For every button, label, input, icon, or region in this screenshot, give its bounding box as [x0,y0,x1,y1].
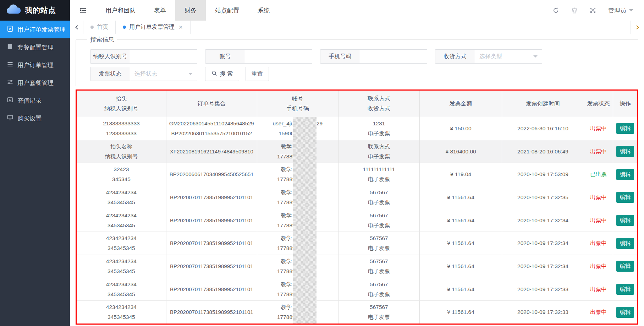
sidebar-item-2[interactable]: 用户订单管理 [0,56,70,74]
tab-status-dot [123,26,126,29]
sidebar-item-label: 购买设置 [17,114,42,123]
sidebar-item-4[interactable]: 充值记录 [0,92,70,109]
account-text: user_4ju [273,119,293,129]
created-time-cell: 2020-10-09 17:32:33 [502,301,584,324]
edit-button[interactable]: 编辑 [616,238,634,249]
table-row-7: 4234234234345345345BP2020070117385198995… [77,278,637,301]
order-ids-cell: BP20200701173851989952101101 [166,232,257,255]
cell-line: 345345345 [108,243,135,253]
nav-item-4[interactable]: 系统 [248,0,279,21]
account-input[interactable] [245,50,312,63]
cell-line: 电子发票 [368,152,390,162]
tab-label: 用户订单发票管理 [129,23,175,31]
admin-user-menu[interactable]: 管理员 [608,6,633,15]
action-cell: 编辑 [613,186,637,209]
cell-line: 电子发票 [368,243,390,253]
header-line: 收货方式 [368,104,390,114]
contact-cell: 联系方式电子发票 [338,140,420,163]
tabs-scroll-right-icon[interactable] [631,21,644,34]
status-cell: 出票中 [584,278,613,301]
invoice-status-select[interactable]: 选择状态 [130,67,197,81]
edit-button[interactable]: 编辑 [616,307,634,318]
sidebar-item-0[interactable]: 用户订单发票管理 [0,21,70,38]
tabs-scroll-left-icon[interactable] [70,21,83,34]
fullscreen-icon[interactable] [590,7,596,13]
edit-button[interactable]: 编辑 [616,192,634,203]
invoice-status-group: 发票状态 选择状态 [90,67,197,81]
cell-line: ¥ 11561.64 [447,261,474,271]
reset-button[interactable]: 重置 [246,67,269,81]
sidebar-collapse-icon[interactable] [70,0,96,21]
nav-item-1[interactable]: 表单 [145,0,175,21]
title-cell: 4234234234345345345 [77,209,166,232]
account-text: 29 [317,119,323,129]
nav-item-0[interactable]: 用户和团队 [96,0,145,21]
refresh-icon[interactable] [552,7,559,14]
order-list-icon [7,61,13,69]
title-cell: 32423345345 [77,163,166,186]
nav-items: 用户和团队表单财务站点配置系统 [96,0,279,21]
amount-cell: ¥ 119.04 [420,163,502,186]
taxpayer-id-input[interactable] [130,50,197,63]
edit-button[interactable]: 编辑 [616,146,634,157]
cell-line: 2020-10-09 17:32:34 [517,216,568,226]
tab-label: 首页 [97,23,108,31]
cell-line: BP20200701173851989952101101 [170,192,253,202]
account-text: 177889 [277,174,296,184]
table-header-cell-5: 发票创建时间 [502,91,584,117]
tab-close-icon[interactable]: ✕ [178,24,183,31]
cell-line: 4234234234 [106,279,137,289]
header-line: 发票状态 [587,99,610,109]
cell-line: ¥ 11561.64 [447,216,474,226]
created-time-cell: 2021-08-20 16:06:49 [502,140,584,163]
edit-button[interactable]: 编辑 [616,284,634,295]
cell-line: BP20200701173851989952101101 [170,216,253,226]
cell-line: 2020-10-09 17:32:33 [517,284,568,294]
taxpayer-id-label: 纳税人识别号 [90,50,130,63]
cell-line: ¥ 150.00 [450,124,471,134]
cell-line: 2020-10-09 17:32:34 [517,238,568,248]
created-time-cell: 2020-10-09 17:53:09 [502,163,584,186]
account-text: 教学 [281,233,292,243]
tab-1[interactable]: 用户订单发票管理✕ [116,21,191,34]
sidebar-item-label: 套餐配置管理 [17,43,54,51]
header-actions: 管理员 [552,0,644,21]
cell-line: ¥ 11561.64 [447,284,474,294]
title-cell: 4234234234345345345 [77,301,166,324]
tab-0[interactable]: 首页 [83,21,116,34]
cell-line: 111111111111 [363,164,395,174]
amount-cell: ¥ 11561.64 [420,278,502,301]
cell-line: 电子发票 [368,266,390,276]
top-header: 我的站点 用户和团队表单财务站点配置系统 [0,0,644,21]
edit-button[interactable]: 编辑 [616,169,634,180]
table-header-cell-4: 发票金额 [420,91,502,117]
trash-icon[interactable] [571,7,578,14]
site-name: 我的站点 [25,5,56,15]
cell-line: 4234234234 [106,233,137,243]
search-button[interactable]: 搜 索 [205,67,239,81]
header-line: 抬头 [116,94,127,104]
delivery-method-select[interactable]: 选择类型 [475,50,542,63]
edit-button[interactable]: 编辑 [616,215,634,226]
phone-input[interactable] [360,50,427,63]
cell-line: 联系方式 [368,142,390,152]
order-ids-cell: BP20200701173851989952101101 [166,278,257,301]
sidebar-item-5[interactable]: 购买设置 [0,109,70,127]
nav-item-2[interactable]: 财务 [175,0,206,21]
table-row-5: 4234234234345345345BP2020070117385198995… [77,232,637,255]
nav-item-3[interactable]: 站点配置 [206,0,248,21]
contact-cell: 567567电子发票 [338,209,420,232]
title-cell: 4234234234345345345 [77,186,166,209]
action-cell: 编辑 [613,232,637,255]
status-badge: 出票中 [590,261,607,271]
edit-button[interactable]: 编辑 [616,123,634,134]
sidebar-item-3[interactable]: 用户套餐管理 [0,74,70,92]
sidebar-item-1[interactable]: 套餐配置管理 [0,38,70,56]
cell-line: BP20200606170340995450525651 [170,169,254,179]
status-badge: 出票中 [590,238,607,248]
account-text: 177889 [277,266,296,276]
cell-line: 4234234234 [106,188,137,197]
status-badge: 出票中 [590,192,607,202]
edit-button[interactable]: 编辑 [616,261,634,272]
table-row-2: 32423345345BP20200606170340995450525651教… [77,163,637,186]
